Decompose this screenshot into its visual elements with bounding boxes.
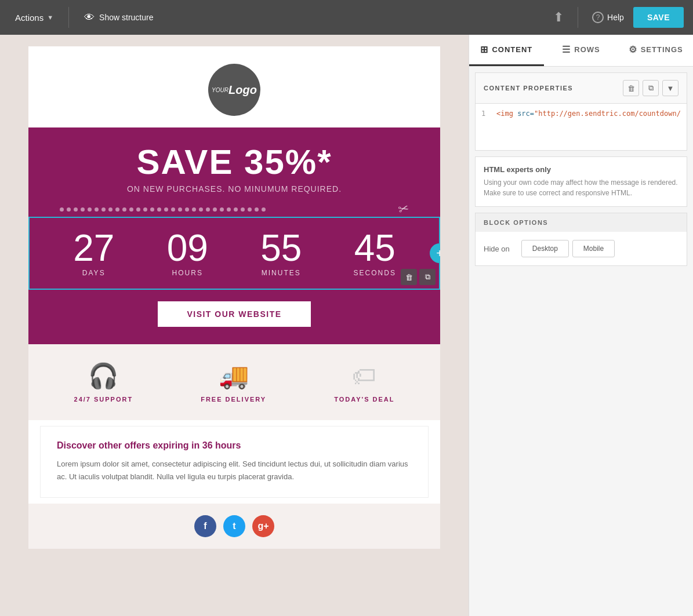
dot	[88, 207, 92, 212]
save-button[interactable]: SAVE	[633, 7, 684, 28]
tab-settings[interactable]: ⚙ SETTINGS	[618, 35, 693, 66]
code-attr: src=	[517, 110, 534, 118]
toolbar: Actions ▼ 👁 Show structure ⬆ ? Help SAVE	[0, 0, 693, 35]
dot	[262, 207, 266, 212]
twitter-button[interactable]: t	[223, 515, 245, 537]
logo-area: YOUR Logo	[28, 46, 440, 127]
delete-row-button[interactable]: 🗑	[401, 269, 417, 285]
dot	[178, 207, 182, 212]
html-experts-title: HTML experts only	[484, 165, 679, 174]
seconds-value: 45	[328, 229, 422, 267]
countdown-hours: 09 HOURS	[141, 229, 235, 277]
dot	[108, 207, 113, 212]
dot	[206, 207, 210, 212]
help-button[interactable]: ? Help	[592, 12, 624, 23]
dot	[171, 207, 175, 212]
code-value: "http://gen.sendtric.com/countdown/	[534, 110, 681, 118]
days-value: 27	[47, 229, 141, 267]
countdown-minutes: 55 MINUTES	[234, 229, 328, 277]
support-icon: 🎧	[74, 362, 133, 390]
collapse-content-button[interactable]: ▼	[662, 80, 679, 96]
deal-label: TODAY'S DEAL	[334, 396, 394, 403]
rows-tab-icon: ☰	[562, 44, 571, 55]
cta-area: VISIT OUR WEBSITE	[28, 290, 440, 344]
row-action-buttons: 🗑 ⧉	[401, 269, 436, 285]
code-area: 1 <img src="http://gen.sendtric.com/coun…	[476, 104, 687, 150]
html-experts-panel: HTML experts only Using your own code ma…	[475, 156, 687, 207]
tab-rows[interactable]: ☰ ROWS	[544, 35, 619, 66]
social-area: f t g+	[28, 504, 440, 549]
show-structure-button[interactable]: 👁 Show structure	[78, 7, 159, 28]
dot	[192, 207, 196, 212]
facebook-button[interactable]: f	[194, 515, 216, 537]
help-label: Help	[607, 13, 624, 22]
code-content: <img src="http://gen.sendtric.com/countd…	[496, 110, 681, 144]
minutes-label: MINUTES	[234, 269, 328, 277]
delivery-label: FREE DELIVERY	[201, 396, 266, 403]
feature-deal: 🏷 TODAY'S DEAL	[334, 362, 394, 403]
email-container: YOUR Logo SAVE 35%* ON NEW PURCHASES. NO…	[28, 46, 440, 549]
content-properties-header: CONTENT PROPERTIES 🗑 ⧉ ▼	[476, 73, 687, 104]
right-panel: ⊞ CONTENT ☰ ROWS ⚙ SETTINGS CONTENT PROP…	[469, 35, 693, 616]
eye-icon: 👁	[84, 12, 95, 24]
actions-label: Actions	[15, 13, 43, 23]
features-area: 🎧 24/7 SUPPORT 🚚 FREE DELIVERY 🏷 TODAY'S…	[28, 344, 440, 420]
copy-row-button[interactable]: ⧉	[419, 269, 436, 285]
toolbar-divider	[68, 7, 69, 28]
logo-text: Logo	[228, 82, 257, 97]
help-circle-icon: ?	[592, 12, 604, 23]
hide-on-buttons: Desktop Mobile	[521, 240, 615, 257]
deal-icon: 🏷	[334, 362, 394, 390]
sub-text: ON NEW PURCHASES. NO MINUMUM REQUIRED.	[52, 184, 417, 194]
tab-content[interactable]: ⊞ CONTENT	[469, 35, 544, 66]
content-tab-label: CONTENT	[492, 45, 532, 54]
dot	[143, 207, 147, 212]
dot	[227, 207, 231, 212]
content-tab-icon: ⊞	[480, 44, 488, 55]
feature-support: 🎧 24/7 SUPPORT	[74, 362, 133, 403]
dot	[213, 207, 217, 212]
logo-your: YOUR	[212, 86, 228, 94]
googleplus-button[interactable]: g+	[252, 515, 274, 537]
dot	[255, 207, 259, 212]
copy-content-button[interactable]: ⧉	[643, 80, 659, 96]
text-block: Discover other offers expiring in 36 hou…	[40, 426, 429, 498]
hide-on-mobile-button[interactable]: Mobile	[572, 240, 615, 257]
dot	[115, 207, 119, 212]
dot	[74, 207, 78, 212]
code-tag: <img	[496, 110, 517, 118]
dot	[101, 207, 106, 212]
countdown-days: 27 DAYS	[47, 229, 141, 277]
delivery-icon: 🚚	[201, 362, 266, 390]
hours-label: HOURS	[141, 269, 235, 277]
logo-circle: YOUR Logo	[208, 64, 260, 116]
actions-button[interactable]: Actions ▼	[9, 8, 59, 27]
feature-delivery: 🚚 FREE DELIVERY	[201, 362, 266, 403]
dotted-line: ✂	[52, 194, 417, 217]
canvas-area: YOUR Logo SAVE 35%* ON NEW PURCHASES. NO…	[0, 35, 469, 616]
add-block-button[interactable]: +	[430, 243, 440, 263]
dot	[248, 207, 252, 212]
block-options-header: BLOCK OPTIONS	[476, 213, 687, 232]
dot	[220, 207, 224, 212]
dot	[157, 207, 161, 212]
dot	[234, 207, 238, 212]
dot	[136, 207, 140, 212]
dot	[199, 207, 203, 212]
rows-tab-label: ROWS	[574, 45, 600, 54]
dot	[150, 207, 154, 212]
scissors-icon: ✂	[397, 201, 411, 217]
dot	[60, 207, 64, 212]
cta-button[interactable]: VISIT OUR WEBSITE	[158, 301, 310, 327]
panel-tabs: ⊞ CONTENT ☰ ROWS ⚙ SETTINGS	[469, 35, 693, 67]
upload-icon[interactable]: ⬆	[553, 10, 564, 25]
show-structure-label: Show structure	[99, 13, 153, 22]
days-label: DAYS	[47, 269, 141, 277]
block-options-content: Hide on Desktop Mobile	[476, 232, 687, 265]
line-number: 1	[481, 110, 491, 144]
dot	[81, 207, 85, 212]
dot	[185, 207, 189, 212]
hide-on-desktop-button[interactable]: Desktop	[521, 240, 569, 257]
delete-content-button[interactable]: 🗑	[623, 80, 639, 96]
dot	[241, 207, 245, 212]
